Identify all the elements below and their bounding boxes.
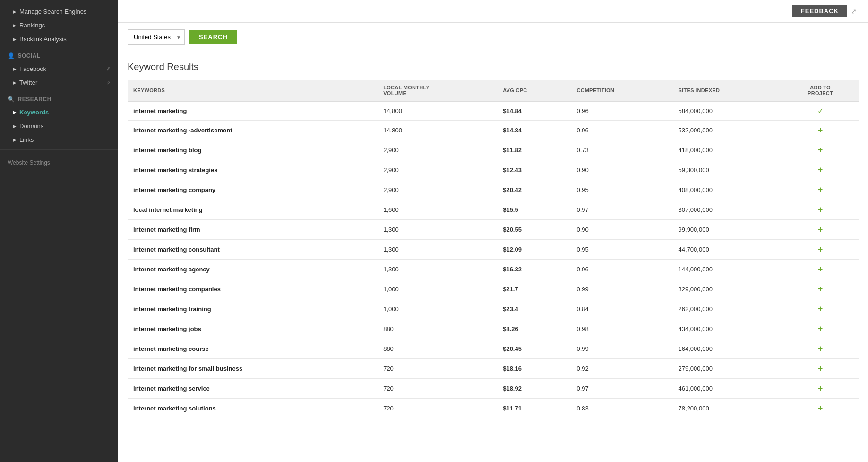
add-to-project-button[interactable]: + (816, 324, 825, 334)
competition-cell: 0.97 (571, 379, 673, 399)
table-row: internet marketing -advertisement 14,800… (128, 121, 859, 140)
cpc-cell: $11.82 (497, 140, 571, 160)
table-row: internet marketing service 720 $18.92 0.… (128, 379, 859, 399)
top-bar: FEEDBACK ⤢ (118, 0, 868, 23)
col-header-keywords: KEYWORDS (128, 80, 378, 101)
cpc-cell: $11.71 (497, 399, 571, 418)
add-to-project-button[interactable]: + (816, 205, 825, 215)
add-to-project-button[interactable]: + (816, 145, 825, 155)
sidebar-divider (0, 149, 118, 150)
arrow-icon: ▸ (13, 109, 17, 116)
check-icon: ✓ (817, 107, 824, 115)
keyword-cell: internet marketing agency (128, 260, 378, 279)
sidebar-item-domains[interactable]: ▸ Domains (0, 119, 118, 133)
sidebar-item-links[interactable]: ▸ Links (0, 133, 118, 147)
table-row: internet marketing consultant 1,300 $12.… (128, 240, 859, 260)
add-to-project-button[interactable]: + (816, 125, 825, 135)
volume-cell: 1,300 (378, 260, 497, 279)
volume-cell: 1,000 (378, 299, 497, 319)
competition-cell: 0.73 (571, 140, 673, 160)
keyword-cell: local internet marketing (128, 200, 378, 220)
volume-cell: 1,300 (378, 220, 497, 240)
sites-cell: 418,000,000 (673, 140, 782, 160)
sidebar-item-facebook[interactable]: ▸ Facebook ⬀ (0, 62, 118, 76)
competition-cell: 0.92 (571, 359, 673, 379)
sidebar-item-rankings[interactable]: ▸ Rankings (0, 18, 118, 32)
col-header-sites: SITES INDEXED (673, 80, 782, 101)
sidebar-item-website-settings[interactable]: Website Settings (0, 153, 118, 173)
cpc-cell: $21.7 (497, 279, 571, 299)
cpc-cell: $20.55 (497, 220, 571, 240)
add-to-project-button[interactable]: + (816, 185, 825, 195)
competition-cell: 0.95 (571, 240, 673, 260)
keyword-cell: internet marketing blog (128, 140, 378, 160)
add-to-project-button[interactable]: + (816, 384, 825, 393)
add-to-project-button[interactable]: + (816, 264, 825, 274)
arrow-icon: ▸ (13, 35, 17, 43)
external-link-icon: ⬀ (106, 79, 111, 86)
competition-cell: 0.83 (571, 399, 673, 418)
country-select[interactable]: United States (128, 29, 185, 45)
table-row: internet marketing agency 1,300 $16.32 0… (128, 260, 859, 279)
sidebar-item-backlink-analysis[interactable]: ▸ Backlink Analysis (0, 32, 118, 46)
feedback-button[interactable]: FEEDBACK (792, 5, 847, 17)
sites-cell: 99,900,000 (673, 220, 782, 240)
col-header-cpc: AVG CPC (497, 80, 571, 101)
competition-cell: 0.96 (571, 260, 673, 279)
add-cell: + (782, 260, 859, 279)
keyword-cell: internet marketing course (128, 339, 378, 359)
col-header-competition: COMPETITION (571, 80, 673, 101)
add-to-project-button[interactable]: + (816, 225, 825, 235)
sites-cell: 584,000,000 (673, 101, 782, 121)
sidebar-section-social: 👤 Social ▸ Facebook ⬀ ▸ Twitter ⬀ (0, 46, 118, 89)
add-cell: + (782, 379, 859, 399)
results-section: Keyword Results KEYWORDS LOCAL MONTHLYVO… (118, 52, 868, 423)
table-row: internet marketing blog 2,900 $11.82 0.7… (128, 140, 859, 160)
sidebar-item-manage-search-engines[interactable]: ▸ Manage Search Engines (0, 5, 118, 18)
cpc-cell: $23.4 (497, 299, 571, 319)
table-header-row: KEYWORDS LOCAL MONTHLYVOLUME AVG CPC COM… (128, 80, 859, 101)
sidebar-section-tools: ▸ Manage Search Engines ▸ Rankings ▸ Bac… (0, 5, 118, 46)
add-cell: + (782, 359, 859, 379)
table-row: internet marketing 14,800 $14.84 0.96 58… (128, 101, 859, 121)
add-to-project-button[interactable]: + (816, 344, 825, 354)
sites-cell: 44,700,000 (673, 240, 782, 260)
competition-cell: 0.99 (571, 339, 673, 359)
table-row: internet marketing for small business 72… (128, 359, 859, 379)
add-to-project-button[interactable]: + (816, 403, 825, 413)
volume-cell: 2,900 (378, 160, 497, 180)
table-row: internet marketing company 2,900 $20.42 … (128, 180, 859, 200)
col-header-add: ADD TOPROJECT (782, 80, 859, 101)
add-to-project-button[interactable]: + (816, 284, 825, 294)
volume-cell: 1,300 (378, 240, 497, 260)
competition-cell: 0.84 (571, 299, 673, 319)
cpc-cell: $20.42 (497, 180, 571, 200)
volume-cell: 720 (378, 359, 497, 379)
table-row: internet marketing training 1,000 $23.4 … (128, 299, 859, 319)
competition-cell: 0.90 (571, 220, 673, 240)
keyword-cell: internet marketing -advertisement (128, 121, 378, 140)
add-to-project-button[interactable]: + (816, 364, 825, 374)
sidebar-item-keywords[interactable]: ▸ Keywords (0, 105, 118, 119)
keyword-cell: internet marketing solutions (128, 399, 378, 418)
sites-cell: 78,200,000 (673, 399, 782, 418)
table-row: internet marketing firm 1,300 $20.55 0.9… (128, 220, 859, 240)
cpc-cell: $20.45 (497, 339, 571, 359)
research-icon: 🔍 (8, 96, 15, 103)
add-cell: + (782, 299, 859, 319)
add-cell: + (782, 339, 859, 359)
arrow-icon: ▸ (13, 22, 17, 29)
sites-cell: 461,000,000 (673, 379, 782, 399)
add-to-project-button[interactable]: + (816, 165, 825, 175)
table-row: local internet marketing 1,600 $15.5 0.9… (128, 200, 859, 220)
sites-cell: 434,000,000 (673, 319, 782, 339)
sites-cell: 307,000,000 (673, 200, 782, 220)
cpc-cell: $18.16 (497, 359, 571, 379)
sidebar-item-twitter[interactable]: ▸ Twitter ⬀ (0, 76, 118, 89)
add-to-project-button[interactable]: + (816, 244, 825, 254)
cpc-cell: $12.09 (497, 240, 571, 260)
search-button[interactable]: SEARCH (189, 30, 237, 44)
add-cell: + (782, 121, 859, 140)
add-to-project-button[interactable]: + (816, 304, 825, 314)
competition-cell: 0.90 (571, 160, 673, 180)
